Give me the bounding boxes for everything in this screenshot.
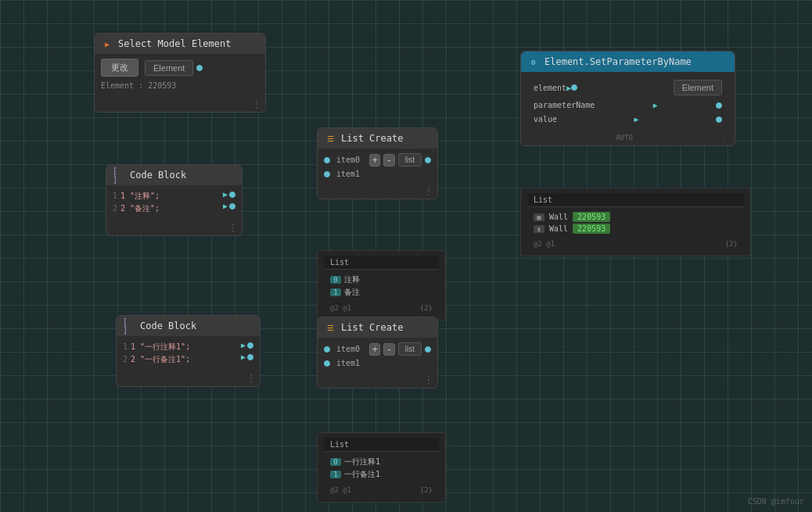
listout2-node: List 0 一行注释1 1 一行备注1 @2 @1 {2} (317, 432, 446, 503)
setparam-port-element: element (534, 84, 566, 92)
codeblock2-header: [ ] Code Block (117, 316, 260, 336)
wall1-val: 220593 (573, 212, 610, 222)
item0-in-port2 (324, 346, 330, 353)
listcreate1-body: item0 + - list item1 (318, 149, 437, 183)
watermark: CSDN @imfour (748, 497, 804, 506)
listcreate2-node: ☰ List Create item0 + - list item1 ⋮ (317, 317, 438, 388)
plus-button2[interactable]: + (369, 343, 380, 356)
codeblock1-out2 (229, 203, 235, 209)
gear-icon: ⚙ (527, 55, 540, 68)
setparam-in-element (571, 84, 577, 91)
item1-in-port (324, 171, 330, 177)
cursor-icon: ▶ (101, 38, 113, 50)
listout2-val0: 一行注释1 (344, 457, 380, 467)
codeblock2-out1 (247, 342, 253, 349)
listout1-footer: @2 @1 {2} (324, 303, 439, 315)
codeblock1-out1 (229, 192, 235, 198)
wall-row2: ▮ Wall 220593 (534, 224, 738, 234)
select-model-title: Select Model Element (118, 38, 232, 49)
plus-button1[interactable]: + (369, 154, 380, 166)
setparam-footer: AUTO ⋮ (521, 131, 735, 145)
codeblock1-title: Code Block (130, 170, 186, 181)
output-arrow4: ▶ (241, 353, 246, 361)
listout2-footer: @2 @1 {2} (324, 485, 439, 497)
setparam-row-value: value ▶ (527, 113, 728, 126)
list-out-port1 (425, 157, 431, 163)
listcreate2-header: ☰ List Create (318, 317, 437, 338)
listcreate1-title: List Create (341, 133, 403, 144)
listout2-val1: 一行备注1 (344, 469, 380, 480)
listout2-row1: 1 一行备注1 (330, 469, 433, 480)
codeblock1-node: [ ] Code Block 11 "注释"; 22 "备注"; ▶ ▶ (106, 164, 243, 236)
setparam-row-element: element ▶ Element (527, 77, 728, 98)
listout2-footer-left: @2 @1 (330, 486, 351, 494)
codeblock2-body: 11 "一行注释1"; 22 "一行备注1"; ▶ ▶ (117, 336, 260, 371)
listcreate1-header: ☰ List Create (318, 128, 437, 149)
element-output-port (196, 65, 203, 71)
wall2-idx: ▮ (534, 225, 544, 233)
listout1-row0: 0 注释 (330, 274, 433, 285)
item0-label2: item0 (333, 345, 363, 353)
listout2-header: List (324, 438, 439, 452)
wall2-val: 220593 (573, 224, 610, 234)
listcreate2-title: List Create (341, 322, 403, 333)
list-out-port2 (425, 346, 431, 353)
listcreate2-dots: ⋮ (318, 372, 437, 388)
listresult-footer: @2 @1 {2} (527, 238, 744, 251)
listresult-header: List (527, 193, 744, 207)
minus-button1[interactable]: - (383, 154, 394, 166)
list-out-btn2: list (398, 342, 422, 356)
listresult-body: ■ Wall 220593 ▮ Wall 220593 (527, 207, 744, 238)
listout2-body: 0 一行注释1 1 一行备注1 (324, 452, 439, 485)
bracket-icon1: [ ] (113, 169, 125, 181)
codeblock1-header: [ ] Code Block (106, 165, 242, 185)
list-result-node: List ■ Wall 220593 ▮ Wall 220593 @2 @1 {… (520, 188, 751, 256)
codeblock1-line1: 11 "注释"; (113, 190, 220, 202)
setparam-row-param: parameterName ▶ (527, 98, 728, 112)
listout1-node: List 0 注释 1 备注 @2 @1 {2} (317, 250, 446, 320)
output-arrow2: ▶ (223, 202, 228, 210)
listresult-footer-right: {2} (725, 240, 738, 248)
listout1-val0: 注释 (344, 274, 360, 285)
listout1-idx0: 0 (330, 276, 341, 284)
wall2-label: Wall (549, 224, 568, 233)
listresult-footer-left: @2 @1 (534, 240, 555, 248)
listcreate1-dots: ⋮ (318, 183, 437, 199)
item1-label: item1 (333, 170, 363, 178)
change-button[interactable]: 更改 (101, 59, 138, 77)
listout2-idx0: 0 (330, 458, 341, 466)
item0-label: item0 (333, 156, 363, 164)
listout1-idx1: 1 (330, 288, 341, 296)
codeblock1-dots: ⋮ (106, 220, 242, 235)
listout2-row0: 0 一行注释1 (330, 457, 433, 467)
setparam-arrow2: ▶ (653, 101, 658, 109)
listout2-footer-right: {2} (420, 486, 433, 494)
wall-row1: ■ Wall 220593 (534, 212, 738, 222)
bracket-icon2: [ ] (123, 320, 135, 332)
select-model-dots: ⋮ (95, 96, 265, 112)
item1-in-port2 (324, 360, 330, 367)
setparam-arrow3: ▶ (634, 115, 639, 124)
output-arrow3: ▶ (241, 341, 246, 349)
item1-label2: item1 (333, 359, 363, 367)
listout1-val1: 备注 (344, 287, 360, 298)
wall1-label: Wall (549, 213, 568, 221)
listout1-row1: 1 备注 (330, 287, 433, 298)
listcreate2-body: item0 + - list item1 (318, 338, 437, 372)
listout1-header: List (324, 256, 439, 270)
minus-button2[interactable]: - (383, 343, 394, 356)
setparam-element-btn: Element (674, 80, 722, 95)
setparam-header: ⚙ Element.SetParameterByName (521, 52, 735, 72)
codeblock1-line2: 22 "备注"; (113, 202, 220, 215)
element-label: Element : 220593 (101, 80, 259, 91)
listcreate1-node: ☰ List Create item0 + - list item1 ⋮ (317, 127, 438, 199)
setparam-port-param: parameterName (534, 101, 595, 109)
list-icon1: ☰ (324, 132, 336, 145)
codeblock2-dots: ⋮ (117, 371, 260, 386)
select-model-node: ▶ Select Model Element 更改 Element Elemen… (94, 33, 266, 113)
element-output-button: Element (145, 60, 193, 76)
listout1-footer-right: {2} (420, 304, 433, 312)
codeblock2-title: Code Block (140, 320, 196, 331)
codeblock2-line2: 22 "一行备注1"; (123, 353, 238, 366)
list-out-btn1: list (398, 153, 422, 166)
